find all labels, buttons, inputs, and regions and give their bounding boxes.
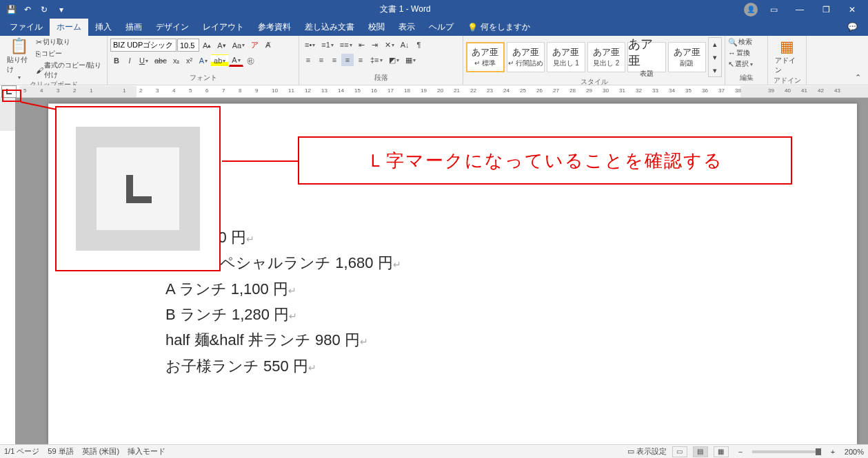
bold-button[interactable]: B [110, 54, 123, 67]
align-center-button[interactable]: ≡ [315, 54, 327, 66]
horizontal-ruler[interactable]: 5432112345678910111213141516171819202122… [19, 86, 868, 97]
tab-references[interactable]: 参考資料 [251, 19, 298, 36]
close-icon[interactable]: ✕ [842, 0, 862, 19]
find-button[interactable]: 🔍検索 [728, 37, 752, 47]
show-marks-button[interactable]: ¶ [413, 39, 425, 51]
print-layout-icon[interactable]: ▤ [693, 446, 708, 457]
copy-button[interactable]: ⎘コピー [36, 49, 104, 59]
align-left-button[interactable]: ≡ [302, 54, 314, 66]
collapse-ribbon-icon[interactable]: ⌃ [851, 71, 864, 83]
minimize-icon[interactable]: — [789, 0, 810, 19]
highlight-button[interactable]: ab▾ [211, 54, 228, 67]
doc-line[interactable]: 限定!!スペシャルランチ 1,680 円↵ [165, 250, 754, 275]
vertical-ruler[interactable] [0, 98, 15, 444]
replace-button[interactable]: ↔置換 [728, 48, 750, 58]
group-clipboard: 📋 貼り付け ▾ ✂切り取り ⎘コピー 🖌書式のコピー/貼り付け クリップボード [0, 36, 108, 85]
change-case-button[interactable]: Aa▾ [230, 39, 248, 52]
comments-icon[interactable]: 💬 [842, 17, 862, 36]
style-normal[interactable]: あア亜↵ 標準 [466, 42, 505, 72]
paste-button[interactable]: 📋 貼り付け ▾ [3, 39, 34, 78]
styles-gallery-scroll[interactable]: ▴ ▾ ▾ [708, 37, 722, 77]
window-title: 文書 1 - Word [67, 3, 744, 15]
save-icon[interactable]: 💾 [6, 4, 17, 15]
shrink-font-button[interactable]: A▾ [214, 39, 228, 52]
italic-button[interactable]: I [123, 54, 136, 67]
numbering-button[interactable]: ≡1▾ [319, 39, 336, 51]
tab-help[interactable]: ヘルプ [422, 19, 461, 36]
zoom-in-button[interactable]: + [827, 446, 839, 458]
status-words[interactable]: 59 単語 [48, 446, 73, 457]
align-right-button[interactable]: ≡ [328, 54, 341, 66]
doc-line[interactable]: ↵ [165, 198, 754, 224]
paste-label: 貼り付け [7, 55, 30, 74]
style-subtitle[interactable]: あア亜副題 [668, 42, 707, 72]
zoom-out-button[interactable]: − [734, 446, 747, 458]
tab-draw[interactable]: 描画 [119, 19, 149, 36]
text-effects-button[interactable]: A▾ [196, 54, 210, 67]
tab-mailings[interactable]: 差し込み文書 [298, 19, 361, 36]
font-size-select[interactable] [177, 39, 199, 52]
display-settings[interactable]: ▭ 表示設定 [627, 446, 667, 457]
undo-icon[interactable]: ↶ [22, 4, 33, 15]
shading-button[interactable]: ◩▾ [386, 54, 402, 66]
status-language[interactable]: 英語 (米国) [82, 446, 119, 457]
format-painter-button[interactable]: 🖌書式のコピー/貼り付け [36, 61, 104, 80]
addins-button[interactable]: ▦ アドイン [771, 37, 803, 76]
line-spacing-button[interactable]: ‡≡▾ [367, 54, 385, 66]
zoom-percent[interactable]: 200% [845, 448, 864, 456]
ruler-tick: 13 [321, 87, 327, 94]
multilevel-button[interactable]: ≡≡▾ [337, 39, 355, 51]
grow-font-button[interactable]: A▴ [200, 39, 214, 52]
tab-file[interactable]: ファイル [3, 19, 50, 36]
redo-icon[interactable]: ↻ [39, 4, 50, 15]
increase-indent-button[interactable]: ⇥ [369, 39, 381, 51]
clear-formatting-button[interactable]: A̸ [262, 39, 274, 52]
underline-button[interactable]: U▾ [137, 54, 151, 67]
ribbon-display-icon[interactable]: ▭ [763, 0, 784, 19]
style-heading2[interactable]: あア亜見出し 2 [587, 42, 626, 72]
doc-line[interactable]: B ランチ 1,280 円↵ [165, 302, 754, 327]
bullets-button[interactable]: ≡•▾ [302, 39, 318, 51]
justify-button[interactable]: ≡ [341, 54, 354, 66]
qat-dropdown-icon[interactable]: ▾ [56, 4, 67, 15]
subscript-button[interactable]: x₂ [170, 54, 183, 67]
doc-line[interactable]: half 麺&half 丼ランチ 980 円↵ [165, 327, 754, 353]
enclose-char-button[interactable]: ㊓ [244, 54, 257, 67]
font-color-button[interactable]: A▾ [229, 54, 243, 67]
phonetic-guide-button[interactable]: ア [248, 39, 261, 52]
distribute-button[interactable]: ≡ [354, 54, 367, 66]
tab-home[interactable]: ホーム [50, 19, 88, 36]
select-button[interactable]: ↖選択▾ [728, 59, 753, 69]
font-family-select[interactable] [110, 39, 176, 52]
tab-layout[interactable]: レイアウト [196, 19, 251, 36]
style-no-spacing[interactable]: あア亜↵ 行間詰め [507, 42, 545, 72]
chevron-down-icon[interactable]: ▾ [709, 51, 721, 63]
tab-review[interactable]: 校閲 [361, 19, 392, 36]
status-page[interactable]: 1/1 ページ [4, 446, 39, 457]
doc-line[interactable]: A ランチ 1,100 円↵ [165, 276, 754, 302]
maximize-icon[interactable]: ❐ [816, 0, 836, 19]
tab-view[interactable]: 表示 [392, 19, 422, 36]
style-heading1[interactable]: あア亜見出し 1 [547, 42, 585, 72]
strikethrough-button[interactable]: abc [152, 54, 170, 67]
style-title[interactable]: あア亜表題 [627, 42, 666, 72]
cut-button[interactable]: ✂切り取り [36, 37, 104, 47]
account-avatar-icon[interactable]: 👤 [744, 3, 758, 17]
sort-button[interactable]: A↓ [398, 39, 412, 51]
web-layout-icon[interactable]: ▦ [714, 446, 729, 457]
status-mode[interactable]: 挿入モード [128, 446, 165, 457]
tell-me[interactable]: 💡 何をしますか [461, 19, 537, 36]
ruler-tick: 30 [603, 87, 609, 94]
tab-design[interactable]: デザイン [149, 19, 196, 36]
styles-more-icon[interactable]: ▾ [709, 64, 721, 76]
borders-button[interactable]: ▦▾ [403, 54, 418, 66]
chevron-up-icon[interactable]: ▴ [709, 38, 721, 50]
tab-insert[interactable]: 挿入 [88, 19, 119, 36]
read-mode-icon[interactable]: ▭ [672, 446, 687, 457]
asian-layout-button[interactable]: ✕▾ [382, 39, 397, 51]
decrease-indent-button[interactable]: ⇤ [356, 39, 368, 51]
zoom-slider[interactable] [752, 450, 821, 453]
doc-line[interactable]: ンチ 780 円↵ [165, 225, 754, 250]
superscript-button[interactable]: x² [183, 54, 196, 67]
doc-line[interactable]: お子様ランチ 550 円↵ [165, 353, 754, 379]
